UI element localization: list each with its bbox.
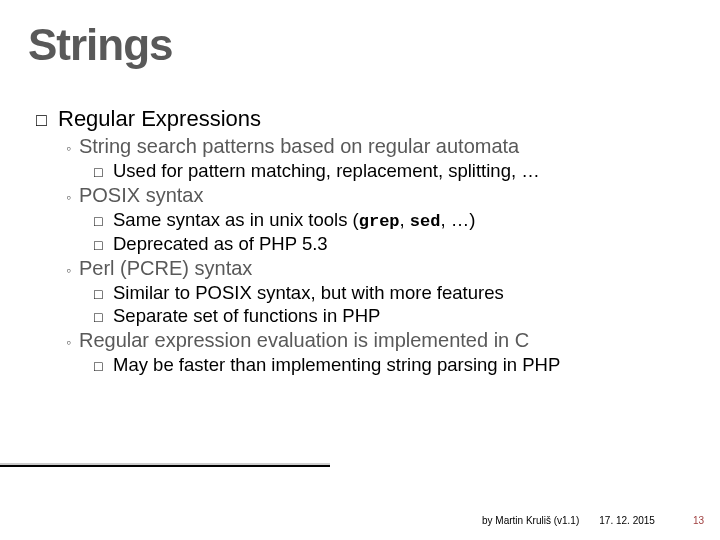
list-item-text: Used for pattern matching, replacement, … <box>113 159 540 182</box>
slide-title: Strings <box>28 20 173 70</box>
slide-content: □ Regular Expressions ◦ String search pa… <box>36 105 700 376</box>
list-item-text: May be faster than implementing string p… <box>113 353 560 376</box>
code-token: grep <box>359 212 400 231</box>
list-item-text: Perl (PCRE) syntax <box>79 256 252 281</box>
list-item: ◦ String search patterns based on regula… <box>66 134 700 159</box>
footer-author: by Martin Kruliš (v1.1) <box>482 515 579 526</box>
section-heading: Regular Expressions <box>58 105 261 133</box>
square-bullet-icon: □ <box>94 310 108 324</box>
list-item-text: Same syntax as in unix tools (grep, sed,… <box>113 208 475 232</box>
list-item: ◦ Regular expression evaluation is imple… <box>66 328 700 353</box>
list-item: □ Deprecated as of PHP 5.3 <box>94 232 700 255</box>
list-item: □ May be faster than implementing string… <box>94 353 700 376</box>
list-item-text: Regular expression evaluation is impleme… <box>79 328 529 353</box>
footer-date: 17. 12. 2015 <box>599 515 655 526</box>
list-item-text: Similar to POSIX syntax, but with more f… <box>113 281 504 304</box>
square-bullet-icon: □ <box>94 214 108 228</box>
list-item: ◦ POSIX syntax <box>66 183 700 208</box>
circle-bullet-icon: ◦ <box>66 189 71 207</box>
list-item-text: Separate set of functions in PHP <box>113 304 380 327</box>
list-item: □ Similar to POSIX syntax, but with more… <box>94 281 700 304</box>
slide-footer: by Martin Kruliš (v1.1) 17. 12. 2015 13 <box>482 515 704 526</box>
square-bullet-icon: □ <box>94 238 108 252</box>
page-number: 13 <box>693 515 704 526</box>
circle-bullet-icon: ◦ <box>66 140 71 158</box>
circle-bullet-icon: ◦ <box>66 262 71 280</box>
square-bullet-icon: □ <box>36 111 52 129</box>
square-bullet-icon: □ <box>94 165 108 179</box>
square-bullet-icon: □ <box>94 287 108 301</box>
list-item: □ Separate set of functions in PHP <box>94 304 700 327</box>
list-item: □ Same syntax as in unix tools (grep, se… <box>94 208 700 232</box>
list-item: □ Used for pattern matching, replacement… <box>94 159 700 182</box>
list-item-text: String search patterns based on regular … <box>79 134 519 159</box>
code-token: sed <box>410 212 441 231</box>
square-bullet-icon: □ <box>94 359 108 373</box>
section-heading-row: □ Regular Expressions <box>36 105 700 133</box>
circle-bullet-icon: ◦ <box>66 334 71 352</box>
decorative-line <box>0 463 330 469</box>
list-item: ◦ Perl (PCRE) syntax <box>66 256 700 281</box>
list-item-text: POSIX syntax <box>79 183 204 208</box>
list-item-text: Deprecated as of PHP 5.3 <box>113 232 328 255</box>
